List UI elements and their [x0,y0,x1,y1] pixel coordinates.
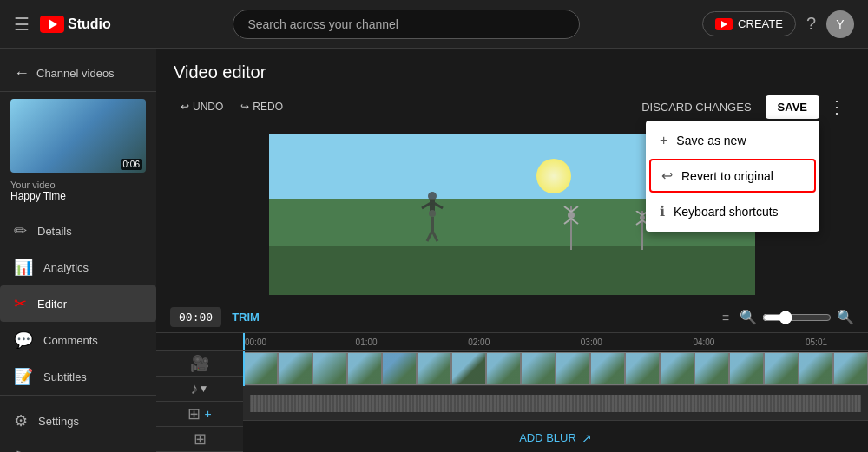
sidebar-item-details[interactable]: ✏ Details [0,213,156,249]
youtube-logo[interactable]: Studio [40,16,111,33]
playhead-cursor [243,333,245,350]
svg-line-5 [571,219,578,224]
track-frame [278,352,312,385]
comments-icon: 💬 [14,331,33,350]
video-track-label: 🎥 [156,351,243,377]
sidebar-item-analytics[interactable]: 📊 Analytics [0,249,156,285]
video-label: Your video [10,180,146,190]
track-frame [833,352,868,385]
sidebar-item-label: Details [37,225,72,238]
thumb-image: 0:06 [10,99,146,173]
undo-label: UNDO [193,101,223,113]
discard-button[interactable]: DISCARD CHANGES [631,95,761,119]
video-frames [243,352,868,385]
sidebar-item-label: Editor [37,298,67,311]
sidebar-item-feedback[interactable]: ⚑ Send feedback [0,439,156,452]
track-frame [729,352,764,385]
audio-expand-icon[interactable]: ▼ [199,383,209,395]
sidebar-back[interactable]: ← Channel videos [0,56,156,92]
effects-track-label: ⊞ [156,427,243,452]
avatar-initial: Y [836,17,844,31]
track-playhead [243,351,245,386]
video-title: Happy Time [10,190,146,202]
yt-play-icon [49,19,57,29]
track-frame [243,352,278,385]
zoom-in-icon[interactable]: 🔍 [837,309,854,325]
timeline-ruler: 00:00 01:00 02:00 03:00 04:00 05:01 [156,333,868,351]
svg-rect-17 [431,217,434,231]
svg-line-19 [432,231,437,241]
zoom-slider[interactable] [762,311,832,324]
sidebar-item-subtitles[interactable]: 📝 Subtitles [0,358,156,395]
svg-line-10 [636,220,642,225]
dropdown-menu: + Save as new ↩ Revert to original ℹ Key… [646,121,819,232]
help-icon[interactable]: ? [806,14,816,34]
svg-line-2 [564,206,571,212]
ruler-mark-4: 04:00 [693,337,714,347]
redo-icon: ↪ [240,101,249,113]
create-button[interactable]: CREATE [702,11,796,36]
yt-icon [40,16,64,33]
save-button[interactable]: SAVE [766,95,819,119]
more-options-button[interactable]: ⋮ [823,93,851,121]
drag-handle-icon[interactable]: ≡ [722,311,729,324]
search-input[interactable] [233,10,580,39]
editor-header: Video editor ↩ UNDO ↪ REDO DISCARD CHANG… [156,49,868,128]
add-blur-button[interactable]: ADD BLUR ↗ [519,431,592,445]
main-layout: ← Channel videos 0:06 Your video Happy T… [0,49,868,452]
track-labels: 🎥 ♪ ▼ ⊞ + ⊞ [156,351,243,452]
track-frame [590,352,625,385]
save-as-new-item[interactable]: + Save as new [646,124,819,157]
avatar[interactable]: Y [826,10,854,38]
menu-icon[interactable]: ☰ [14,14,30,35]
revert-label: Revert to original [681,169,773,183]
revert-icon: ↩ [661,167,673,184]
sidebar-back-label: Channel videos [36,67,115,80]
editor-icon: ✂ [14,294,27,313]
keyboard-label: Keyboard shortcuts [674,205,779,219]
timeline-area: 00:00 TRIM ≡ 🔍 🔍 00:00 01:00 02:00 03:00 [156,302,868,452]
editor-toolbar: ↩ UNDO ↪ REDO DISCARD CHANGES SAVE ⋮ + S… [174,93,851,121]
ruler-mark-5: 05:01 [806,337,827,347]
save-as-new-label: Save as new [676,134,746,147]
topbar: ☰ Studio CREATE ? Y [0,0,868,49]
revert-item[interactable]: ↩ Revert to original [649,159,816,193]
sidebar-item-label: Subtitles [43,370,87,383]
track-frame [625,352,660,385]
sidebar-item-label: Analytics [43,261,89,274]
zoom-controls: 🔍 🔍 [740,309,854,325]
create-icon [715,18,733,30]
settings-icon: ⚙ [14,411,28,430]
audio-track-label: ♪ ▼ [156,377,243,402]
track-frame [764,352,799,385]
undo-button[interactable]: ↩ UNDO [174,97,230,116]
details-icon: ✏ [14,221,27,240]
zoom-out-icon[interactable]: 🔍 [740,309,757,325]
video-thumbnail[interactable]: 0:06 [10,99,146,173]
ruler-mark-1: 01:00 [356,337,378,347]
sidebar-item-editor[interactable]: ✂ Editor [0,285,156,322]
timeline-tracks: 🎥 ♪ ▼ ⊞ + ⊞ [156,351,868,452]
track-frame [694,352,729,385]
timeline-controls: 00:00 TRIM ≡ 🔍 🔍 [156,302,868,333]
track-frame [486,352,521,385]
sidebar-item-comments[interactable]: 💬 Comments [0,322,156,358]
add-track-icon[interactable]: + [204,407,211,421]
track-frame [417,352,451,385]
svg-point-16 [429,210,436,217]
trim-button[interactable]: TRIM [232,311,260,324]
figure-icon [415,189,450,250]
topbar-right: CREATE ? Y [702,10,854,38]
video-track [243,351,868,386]
editor-title: Video editor [174,62,851,82]
video-info: Your video Happy Time [0,180,156,213]
sidebar-item-label: Comments [43,334,98,347]
search-bar [125,10,688,39]
redo-button[interactable]: ↪ REDO [233,97,290,116]
svg-line-8 [636,211,642,215]
feedback-icon: ⚑ [14,448,28,452]
keyboard-shortcuts-item[interactable]: ℹ Keyboard shortcuts [646,194,819,228]
content-area: Video editor ↩ UNDO ↪ REDO DISCARD CHANG… [156,49,868,452]
topbar-left: ☰ Studio [14,14,111,35]
sidebar-item-settings[interactable]: ⚙ Settings [0,403,156,439]
